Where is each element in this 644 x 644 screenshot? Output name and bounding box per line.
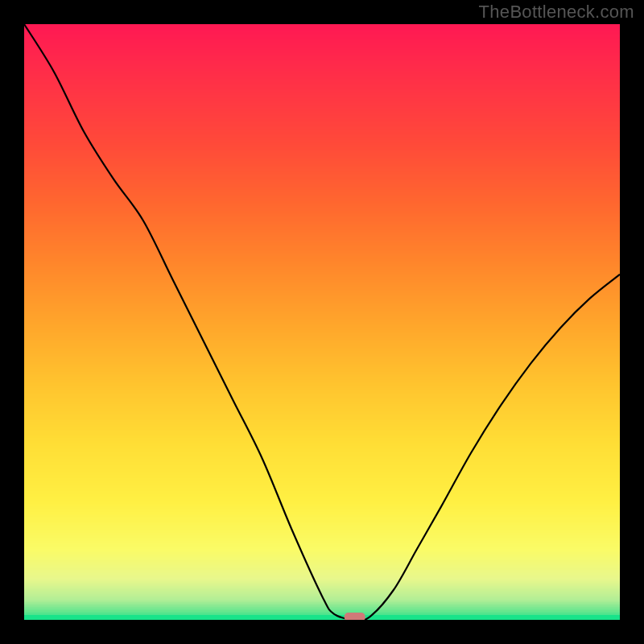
min-marker xyxy=(345,613,365,620)
chart-frame: TheBottleneck.com xyxy=(0,0,644,644)
bottleneck-curve xyxy=(24,24,620,620)
curve-layer xyxy=(24,24,620,620)
plot-area xyxy=(24,24,620,620)
watermark-text: TheBottleneck.com xyxy=(479,2,634,23)
